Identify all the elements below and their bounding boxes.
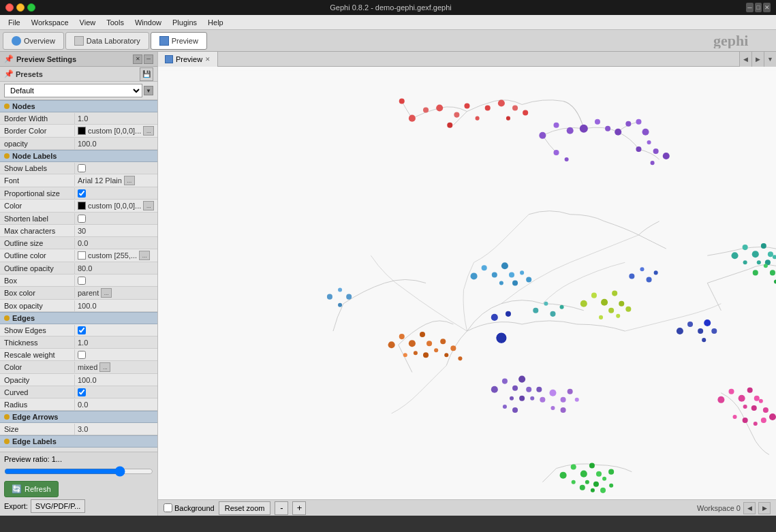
export-btn[interactable]: SVG/PDF/P... — [31, 499, 85, 513]
refresh-icon: 🔄 — [12, 484, 22, 494]
svg-point-105 — [764, 264, 768, 268]
outline-color-swatch — [78, 251, 86, 260]
shorten-label-checkbox[interactable] — [78, 215, 86, 223]
presets-label: 📌 Presets — [4, 69, 43, 78]
tab-nav-next[interactable]: ▶ — [751, 52, 764, 67]
svg-point-51 — [619, 301, 624, 307]
close-btn[interactable]: ✕ — [763, 3, 771, 12]
svg-point-20 — [605, 126, 610, 131]
tab-nav-menu[interactable]: ▼ — [764, 52, 776, 67]
svg-point-63 — [414, 351, 418, 355]
zoom-in-btn[interactable]: + — [292, 501, 306, 515]
edge-color-edit-btn[interactable]: ... — [99, 362, 110, 372]
tab-datalaboratory[interactable]: Data Laboratory — [65, 32, 149, 50]
tab-overview[interactable]: Overview — [3, 32, 64, 50]
svg-point-103 — [743, 260, 747, 264]
svg-point-95 — [731, 252, 738, 259]
prop-max-characters-name: Max characters — [0, 225, 75, 236]
menu-file[interactable]: File — [3, 17, 26, 28]
gephi-logo: gephi — [713, 32, 773, 50]
prop-rescale-weight-name: Rescale weight — [0, 349, 75, 360]
prop-thickness-name: Thickness — [0, 337, 75, 348]
font-edit-btn[interactable]: ... — [124, 176, 135, 185]
svg-point-81 — [512, 407, 518, 413]
panel-minimize-btn[interactable]: ─ — [144, 54, 153, 64]
svg-point-143 — [327, 294, 332, 300]
refresh-button[interactable]: 🔄 Refresh — [4, 481, 59, 497]
svg-point-24 — [642, 129, 649, 136]
prop-show-labels: Show Labels — [0, 162, 157, 174]
preview-tab-label: Preview — [176, 55, 202, 63]
preset-save-btn[interactable]: 💾 — [140, 67, 153, 81]
svg-point-22 — [625, 121, 631, 127]
svg-point-106 — [770, 270, 775, 275]
svg-point-98 — [761, 243, 766, 249]
rescale-weight-checkbox[interactable] — [78, 351, 86, 359]
svg-point-92 — [704, 319, 711, 326]
prop-outline-opacity-name: Outline opacity — [0, 263, 75, 274]
nodes-pin — [4, 104, 10, 109]
svg-point-110 — [739, 395, 745, 402]
preview-tab-bar: Preview ✕ ◀ ▶ ▼ — [158, 52, 776, 67]
svg-point-55 — [640, 267, 644, 271]
workspace-next-btn[interactable]: ▶ — [758, 502, 771, 514]
menu-tools[interactable]: Tools — [101, 17, 129, 28]
tab-toolbar: Overview Data Laboratory Preview gephi — [0, 30, 776, 52]
prop-opacity-value: 100.0 — [75, 138, 157, 149]
status-bar: Background Reset zoom - + Workspace 0 ◀ … — [158, 499, 776, 516]
svg-point-130 — [608, 469, 614, 475]
box-color-edit-btn[interactable]: ... — [101, 288, 112, 298]
prop-opacity-name: opacity — [0, 138, 75, 149]
preset-dropdown[interactable]: Default — [4, 84, 142, 97]
preview-tab-close[interactable]: ✕ — [205, 56, 211, 63]
svg-point-42 — [544, 302, 548, 306]
minimize-btn[interactable]: ─ — [746, 3, 754, 12]
preset-dropdown-arrow[interactable]: ▼ — [144, 86, 153, 95]
tab-nav-prev[interactable]: ◀ — [739, 52, 751, 67]
preview-tab[interactable]: Preview ✕ — [158, 52, 218, 67]
tab-preview[interactable]: Preview — [151, 32, 207, 50]
prop-proportional-size-value — [75, 188, 157, 199]
show-labels-checkbox[interactable] — [78, 164, 86, 172]
svg-point-116 — [763, 407, 769, 413]
svg-point-120 — [761, 418, 766, 423]
svg-point-28 — [663, 153, 670, 159]
svg-point-111 — [747, 388, 753, 393]
svg-point-30 — [553, 150, 559, 155]
zoom-out-btn[interactable]: - — [275, 501, 288, 515]
menu-workspace[interactable]: Workspace — [26, 17, 74, 28]
preview-ratio-row: Preview ratio: 1... — [4, 455, 153, 463]
menu-plugins[interactable]: Plugins — [167, 17, 202, 28]
graph-svg — [158, 67, 776, 499]
menu-view[interactable]: View — [74, 17, 102, 28]
edge-arrows-label: Edge Arrows — [12, 413, 58, 421]
proportional-size-checkbox[interactable] — [78, 189, 86, 198]
curved-checkbox[interactable] — [78, 388, 86, 396]
svg-point-83 — [549, 390, 556, 396]
svg-point-100 — [757, 260, 761, 264]
panel-close-btn[interactable]: ✕ — [133, 54, 142, 64]
prop-size: Size 3.0 — [0, 423, 157, 435]
color-edit-btn[interactable]: ... — [143, 201, 154, 210]
section-edge-arrows: Edge Arrows — [0, 411, 157, 423]
preview-ratio-slider[interactable] — [4, 466, 153, 477]
prop-box-color-value: parent ... — [75, 287, 157, 299]
show-edges-checkbox[interactable] — [78, 326, 86, 334]
edges-label: Edges — [12, 314, 35, 322]
main-layout: 📌 Preview Settings ✕ ─ 📌 Presets 💾 Defau… — [0, 52, 776, 516]
zoom-plus-icon: + — [297, 503, 302, 513]
workspace-prev-btn[interactable]: ◀ — [743, 502, 756, 514]
outline-color-edit-btn[interactable]: ... — [139, 251, 150, 260]
restore-btn[interactable]: □ — [755, 3, 762, 12]
svg-point-128 — [593, 482, 599, 487]
tab-datalaboratory-label: Data Laboratory — [87, 37, 140, 45]
menu-help[interactable]: Help — [202, 17, 229, 28]
left-panel: 📌 Preview Settings ✕ ─ 📌 Presets 💾 Defau… — [0, 52, 158, 516]
reset-zoom-btn[interactable]: Reset zoom — [219, 501, 271, 515]
settings-scroll[interactable]: Nodes Border Width 1.0 Border Color cust… — [0, 100, 157, 452]
box-checkbox[interactable] — [78, 277, 86, 285]
menu-window[interactable]: Window — [129, 17, 167, 28]
border-color-edit-btn[interactable]: ... — [143, 126, 154, 136]
background-checkbox[interactable] — [164, 503, 172, 512]
svg-point-80 — [503, 405, 507, 409]
